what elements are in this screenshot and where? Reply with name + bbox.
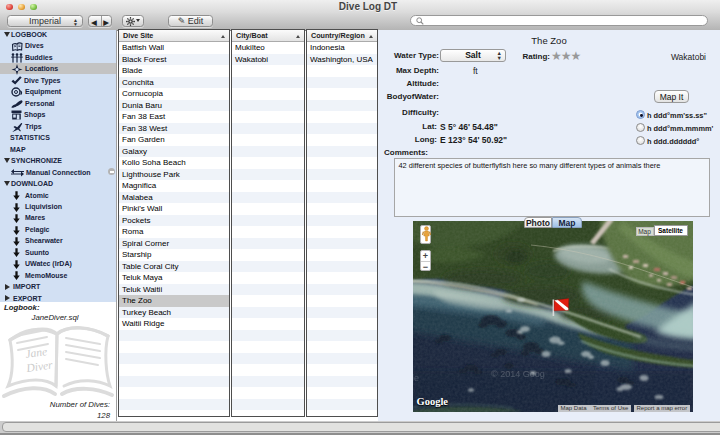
svg-text:Diver: Diver [25, 358, 54, 374]
svg-text:© 2014 Goog: © 2014 Goog [491, 369, 545, 379]
svg-text:Jane: Jane [25, 345, 48, 360]
svg-text:gle: gle [413, 373, 419, 383]
